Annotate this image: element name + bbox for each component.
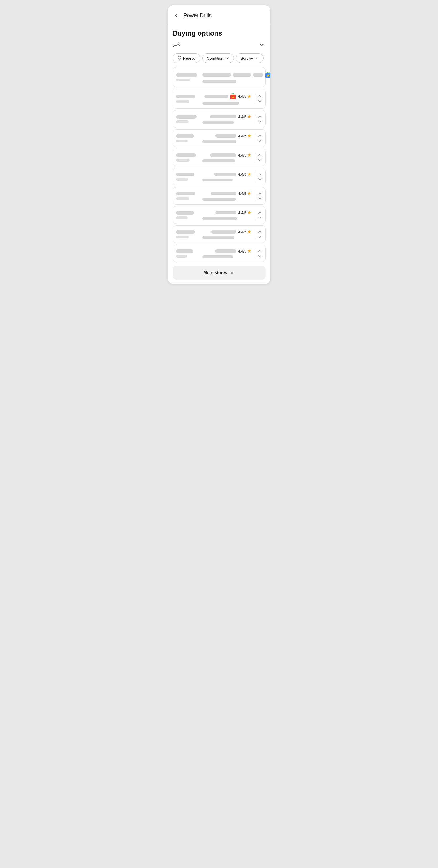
store-rating: 4.4/5 ★ bbox=[238, 114, 251, 119]
list-item[interactable]: 4.4/5 ★ bbox=[173, 225, 266, 243]
ai-row bbox=[173, 41, 266, 50]
body: Buying options bbox=[168, 24, 270, 284]
store-price-skeleton bbox=[202, 140, 236, 143]
list-item[interactable]: 4.6/5 ★ bbox=[173, 67, 266, 87]
store-price-skeleton bbox=[202, 159, 235, 162]
chevron-up-icon bbox=[258, 249, 262, 254]
list-item[interactable]: 4.4/5 ★ bbox=[173, 110, 266, 128]
store-middle: 4.4/5 ★ bbox=[202, 229, 251, 239]
store-middle: 4.4/5 ★ bbox=[202, 191, 251, 201]
list-item[interactable]: 4.4/5 ★ bbox=[173, 245, 266, 262]
chevron-down-icon bbox=[258, 254, 262, 258]
filter-nearby[interactable]: Nearby bbox=[173, 53, 200, 63]
store-left bbox=[176, 95, 200, 103]
filter-condition-label: Condition bbox=[207, 56, 223, 61]
store-middle: 4.4/5 ★ bbox=[202, 210, 251, 220]
store-expand-button[interactable] bbox=[255, 94, 262, 103]
store-left bbox=[176, 230, 200, 238]
store-expand-button[interactable] bbox=[255, 191, 262, 201]
store-expand-button[interactable] bbox=[255, 134, 262, 143]
store-left bbox=[176, 192, 200, 200]
chevron-down-icon bbox=[258, 196, 262, 201]
svg-point-1 bbox=[179, 57, 180, 58]
chevron-up-icon bbox=[258, 229, 262, 235]
chevron-down-icon bbox=[258, 177, 262, 182]
chevron-down-icon bbox=[258, 215, 262, 220]
chevron-up-icon bbox=[258, 115, 262, 119]
store-left bbox=[176, 249, 200, 257]
back-button[interactable] bbox=[172, 11, 180, 20]
store-left bbox=[176, 211, 200, 219]
store-rating: 4.4/5 ★ bbox=[238, 249, 251, 254]
chevron-up-icon bbox=[258, 153, 262, 158]
store-name-skeleton bbox=[176, 95, 195, 98]
store-price-skeleton bbox=[202, 179, 233, 182]
store-middle: 4.4/5 ★ bbox=[202, 153, 251, 162]
store-expand-button[interactable] bbox=[255, 229, 262, 239]
store-name-skeleton bbox=[176, 249, 193, 253]
store-name-skeleton bbox=[176, 230, 195, 234]
list-item[interactable]: 4.4/5 ★ bbox=[173, 149, 266, 166]
chevron-up-icon bbox=[258, 94, 262, 99]
store-expand-button[interactable] bbox=[255, 153, 262, 162]
ai-insights-icon bbox=[173, 42, 180, 49]
store-sub-skeleton bbox=[176, 216, 188, 219]
filter-sort-label: Sort by bbox=[240, 56, 253, 61]
list-item[interactable]: 4.4/5 ★ bbox=[173, 187, 266, 205]
filter-condition[interactable]: Condition bbox=[202, 53, 234, 63]
more-stores-button[interactable]: More stores bbox=[173, 266, 266, 280]
store-rating: 4.4/5 ★ bbox=[238, 210, 251, 215]
list-item[interactable]: 4.4/5 ★ bbox=[173, 129, 266, 147]
filter-sort[interactable]: Sort by bbox=[236, 53, 264, 63]
store-middle: 4.4/5 ★ bbox=[202, 133, 251, 143]
store-price-skeleton bbox=[202, 198, 236, 201]
section-title: Buying options bbox=[173, 29, 266, 37]
store-left bbox=[176, 153, 200, 161]
google-shopping-badge-icon bbox=[230, 93, 236, 100]
chevron-down-icon bbox=[225, 56, 229, 60]
store-expand-button[interactable] bbox=[255, 249, 262, 258]
store-expand-button[interactable] bbox=[255, 210, 262, 220]
store-left bbox=[176, 73, 200, 81]
more-stores-label: More stores bbox=[203, 270, 227, 275]
store-price-skeleton bbox=[202, 80, 236, 83]
store-expand-button[interactable] bbox=[255, 115, 262, 124]
filters-row: Nearby Condition Sort by bbox=[173, 53, 266, 63]
store-name-skeleton bbox=[176, 134, 194, 138]
store-name-skeleton bbox=[176, 115, 197, 119]
filter-nearby-label: Nearby bbox=[183, 56, 196, 61]
chevron-down-icon bbox=[258, 119, 262, 124]
chevron-up-icon bbox=[258, 210, 262, 215]
store-expand-button[interactable] bbox=[255, 172, 262, 182]
chevron-up-icon bbox=[258, 134, 262, 138]
store-middle: 4.4/5 ★ bbox=[202, 114, 251, 124]
store-name-skeleton bbox=[176, 73, 197, 77]
store-rating: 4.4/5 ★ bbox=[238, 191, 251, 196]
store-price-skeleton bbox=[202, 236, 234, 239]
store-sub-skeleton bbox=[176, 197, 189, 200]
google-shopping-badge-icon bbox=[265, 71, 270, 79]
store-left bbox=[176, 173, 200, 181]
store-rating: 4.4/5 ★ bbox=[238, 153, 251, 158]
store-sub-skeleton bbox=[176, 79, 191, 81]
store-left bbox=[176, 134, 200, 142]
chevron-up-icon bbox=[258, 172, 262, 177]
store-name-skeleton bbox=[176, 173, 195, 176]
list-item[interactable]: 4.4/5 ★ bbox=[173, 206, 266, 224]
chevron-down-icon bbox=[258, 138, 262, 143]
store-price-skeleton bbox=[202, 217, 237, 220]
collapse-button[interactable] bbox=[258, 41, 266, 50]
store-sub-skeleton bbox=[176, 236, 189, 238]
store-rating: 4.4/5 ★ bbox=[238, 229, 251, 235]
store-price-skeleton bbox=[202, 121, 234, 124]
list-item[interactable]: 4.4/5 ★ bbox=[173, 168, 266, 185]
header: Power Drills bbox=[168, 5, 270, 24]
store-sub-skeleton bbox=[176, 100, 189, 103]
page-title: Power Drills bbox=[184, 12, 212, 19]
list-item[interactable]: 4.4/5 ★ bbox=[173, 89, 266, 108]
store-name-skeleton bbox=[176, 153, 196, 157]
store-rating: 4.4/5 ★ bbox=[238, 94, 251, 99]
chevron-up-icon bbox=[258, 191, 262, 196]
store-sub-skeleton bbox=[176, 140, 188, 142]
store-middle: 4.4/5 ★ bbox=[202, 249, 251, 258]
